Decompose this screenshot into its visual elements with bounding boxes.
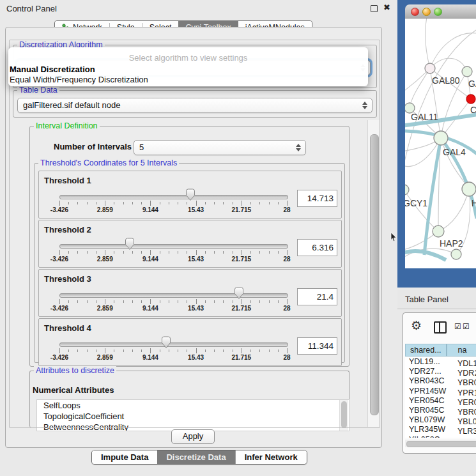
float-window-icon[interactable] [371,5,378,12]
mac-zoom-button[interactable] [434,8,442,16]
apply-button[interactable]: Apply [171,429,215,444]
gear-icon[interactable]: ⚙ [411,318,422,333]
node-gcy1[interactable] [405,185,409,195]
node-h[interactable] [462,182,476,196]
table-row[interactable]: YER054CYER0 [405,396,476,406]
tab-label: Impute Data [101,452,148,462]
table-row[interactable]: YBL079WYBL0 [405,415,476,425]
slider-thumb-icon[interactable] [234,287,244,300]
mac-close-button[interactable] [411,8,419,16]
algorithm-prompt: Select algorithm to view settings [8,53,368,63]
table-header-row: shared... na [405,344,476,357]
cell: YIL0 [455,437,474,438]
number-of-intervals-label: Number of Intervals [54,142,132,151]
algorithm-option-equal-width[interactable]: Equal Width/Frequency Discretization [10,75,148,84]
tick-label: 2.859 [97,305,113,312]
node-label: HAP2 [440,238,463,249]
network-nodes[interactable] [405,63,476,259]
algorithm-dropdown-popup: Select algorithm to view settings Manual… [8,47,368,86]
tab-label: Infer Network [245,452,298,462]
slider-ticks [59,299,287,305]
network-window-titlebar[interactable] [405,4,476,19]
list-scrollbar[interactable] [339,400,348,431]
tab-infer-network[interactable]: Infer Network [236,450,307,464]
threshold-value-field[interactable]: 11.344 [297,337,337,355]
column-header-shared[interactable]: shared... [405,344,447,357]
slider-thumb-icon[interactable] [185,188,196,201]
tick-label: 15.43 [188,354,204,361]
control-panel-titlebar: Control Panel ✖ [0,0,396,17]
node-label: H [472,198,476,208]
slider-tick-labels: -3.4262.8599.14415.4321.71528 [59,206,287,214]
table-data-selected-value: galFiltered.sif default node [23,100,120,110]
node-ga[interactable] [462,66,472,77]
tab-impute-data[interactable]: Impute Data [92,450,157,464]
table-row[interactable]: YLR345WYLR3 [405,425,476,434]
table-row[interactable]: YPR145WYPR1 [405,387,476,396]
table-row[interactable]: YBR043CYBR0 [405,376,476,386]
node-hap2[interactable] [433,226,444,237]
network-window: GAL80 GA C GAL11 GAL4 GCY1 H HAP2 [405,4,476,268]
threshold-slider[interactable]: -3.4262.8599.14415.4321.71528 [39,171,341,218]
network-view-frame: GAL80 GA C GAL11 GAL4 GCY1 H HAP2 [397,0,476,288]
cell: YDL19... [405,357,455,366]
slider-tick-labels: -3.4262.8599.14415.4321.71528 [59,256,287,263]
numerical-attributes-list[interactable]: SelfLoops TopologicalCoefficient Between… [36,399,349,431]
cell: YBR045C [405,406,455,415]
node-gal80[interactable] [425,63,435,73]
node-red-selected[interactable] [466,95,475,104]
list-item[interactable]: SelfLoops [37,400,349,411]
table-body[interactable]: YDL19...YDL1 YDR27...YDR2 YBR043CYBR0 YP… [405,357,476,438]
slider-thumb-icon[interactable] [125,238,135,250]
threshold-row: Threshold 1 -3.4262.8599.14415.4321.7152… [38,171,342,219]
node-gal4[interactable] [434,131,448,145]
threshold-value-field[interactable]: 14.713 [297,190,337,207]
algorithm-option-manual[interactable]: Manual Discretization [10,65,95,74]
scrollbar-thumb[interactable] [406,441,476,447]
tick-label: -3.426 [50,305,68,312]
slider-tick-labels: -3.4262.8599.14415.4321.71528 [59,305,287,312]
threshold-value-field[interactable]: 6.316 [297,239,337,256]
close-icon[interactable]: ✖ [383,3,390,12]
threshold-slider[interactable]: -3.4262.8599.14415.4321.71528 [39,220,341,267]
settings-scrollbar[interactable] [367,120,380,427]
interval-definition-group: Interval Definition Number of Intervals … [29,126,349,367]
table-data-combobox[interactable]: galFiltered.sif default node [17,98,372,113]
table-row[interactable]: YDR27...YDR2 [405,367,476,376]
tick-label: 21.715 [232,305,252,312]
node-label: GA [468,79,476,89]
slider-tick-labels: -3.4262.8599.14415.4321.71528 [59,354,287,362]
tick-label: -3.426 [50,354,68,361]
tick-label: 15.43 [188,305,204,312]
threshold-slider[interactable]: -3.4262.8599.14415.4321.71528 [39,270,341,316]
network-node-labels: GAL80 GA C GAL11 GAL4 GCY1 H HAP2 [405,75,476,249]
cell: YPR145W [405,387,455,395]
table-hscrollbar[interactable] [405,440,476,447]
select-checkbox-icon[interactable]: ☑ [463,322,470,331]
tick-label: 2.859 [97,354,113,361]
network-canvas[interactable]: GAL80 GA C GAL11 GAL4 GCY1 H HAP2 [405,19,476,268]
mac-minimize-button[interactable] [422,8,431,16]
table-toolbar: ⚙ ☑ ☑ [403,313,476,340]
column-layout-icon[interactable] [434,321,447,334]
slider-track[interactable] [59,293,288,298]
table-row[interactable]: YBR045CYBR0 [405,406,476,415]
slider-track[interactable] [59,342,288,347]
list-item[interactable]: TopologicalCoefficient [37,411,349,422]
column-header-name[interactable]: na [447,344,476,357]
table-row[interactable]: YIL052CYIL0 [405,435,476,438]
tab-discretize-data[interactable]: Discretize Data [157,450,234,464]
tick-label: -3.426 [50,256,68,263]
select-all-checkbox-icon[interactable]: ☑ [454,322,461,331]
threshold-value-field[interactable]: 21.4 [297,288,337,305]
table-row[interactable]: YDL19...YDL1 [405,357,476,367]
node-label: GAL4 [443,147,466,157]
number-of-intervals-combobox[interactable]: 5 [134,140,306,155]
slider-thumb-icon[interactable] [161,336,171,349]
scrollbar-thumb[interactable] [370,134,379,415]
threshold-slider[interactable]: -3.4262.8599.14415.4321.71528 [39,319,341,365]
control-panel-title: Control Panel [6,4,57,13]
node-partial[interactable] [451,249,461,259]
slider-track[interactable] [59,195,288,199]
slider-track[interactable] [59,244,288,249]
